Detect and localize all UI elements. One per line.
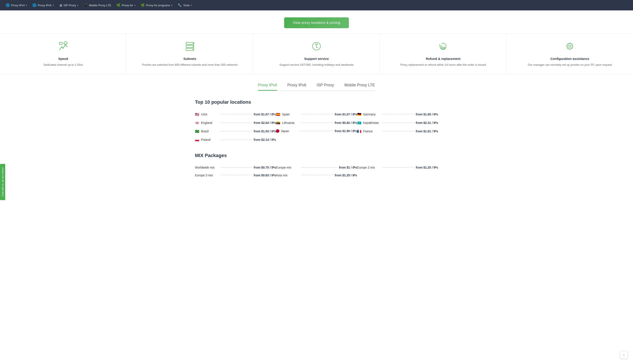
location-price: from $1.81 / IPs: [416, 130, 438, 133]
nav-tools[interactable]: 🔧 Tools ▾: [175, 2, 194, 8]
tools-icon: 🔧: [178, 3, 182, 7]
feature-speed-title: Speed: [5, 57, 121, 60]
flag-spain: 🇪🇸: [276, 112, 280, 116]
feature-refund-desc: Proxy replacement or refund within 24 ho…: [385, 63, 501, 67]
svg-point-9: [193, 43, 193, 44]
hero-section: View proxy locations & pricing: [0, 10, 633, 34]
feature-support: 24 Support service Support service 24/7/…: [253, 34, 380, 74]
mix-dots: [302, 167, 337, 168]
mix-price: from $1 / IPs: [339, 166, 357, 169]
svg-point-11: [193, 49, 193, 50]
chevron-down-icon: ▾: [53, 4, 54, 6]
chevron-down-icon: ▾: [77, 4, 78, 6]
mix-dots: [302, 175, 333, 175]
nav-isp-proxy[interactable]: 🖥 ISP Proxy ▾: [57, 2, 81, 8]
mix-price: from $1.25 / IPs: [416, 166, 438, 169]
feature-refund: Refund & replacement Proxy replacement o…: [380, 34, 506, 74]
location-name: England: [201, 121, 218, 124]
location-price: from $1.53 / IPs: [254, 130, 276, 133]
location-name: Lithuania: [282, 121, 299, 124]
mix-dots: [221, 167, 252, 168]
locations-col-1: 🇺🇸 USA from $1.07 / IPs 🏴󠁧󠁢󠁥󠁮󠁧󠁿 England …: [195, 110, 276, 144]
list-item[interactable]: 🇰🇿 Kazakhstan from $2.31 / IPs: [357, 119, 438, 127]
location-name: Spain: [282, 112, 299, 116]
tab-isp[interactable]: ISP Proxy: [317, 83, 334, 91]
list-item[interactable]: Europe 3 mix from $0.83 / IPs: [195, 171, 276, 179]
location-price: from $0.82 / IPs: [335, 121, 357, 124]
mix-packages-title: MIX Packages: [195, 153, 438, 158]
nav-mobile-proxy-label: Mobile Proxy LTE: [89, 4, 111, 7]
tab-ipv6[interactable]: Proxy IPv6: [287, 83, 306, 91]
flag-japan: [276, 129, 279, 133]
location-name: Germany: [363, 112, 381, 116]
tabs-section: Proxy IPv4 Proxy IPv6 ISP Proxy Mobile P…: [0, 74, 633, 91]
nav-proxy-for-label: Proxy for: [122, 4, 133, 7]
mix-name: Europe 2 mix: [357, 166, 381, 169]
flag-brazil: 🇧🇷: [195, 129, 199, 134]
list-item[interactable]: 🏴󠁧󠁢󠁥󠁮󠁧󠁿 England from $2.64 / IPs: [195, 119, 276, 127]
mobile-proxy-icon: 📱: [84, 3, 88, 7]
location-dots: [382, 123, 414, 123]
location-dots: [300, 131, 333, 131]
nav-proxy-ipv6[interactable]: 🌐 Proxy IPv6 ▾: [30, 2, 56, 8]
nav-mobile-proxy[interactable]: 📱 Mobile Proxy LTE: [81, 2, 113, 8]
list-item[interactable]: Asia mix from $1.25 / IPs: [276, 171, 357, 179]
mix-name: Europe 3 mix: [195, 174, 219, 177]
feature-speed: Speed Dedicated channel up to 1 Gb/s: [0, 34, 127, 74]
location-name: Brazil: [201, 130, 218, 133]
svg-line-3: [65, 44, 67, 47]
list-item[interactable]: 🇵🇱 Poland from $2.14 / IPs: [195, 136, 276, 144]
mix-price: from $1.25 / IPs: [335, 174, 357, 177]
tab-mobile[interactable]: Mobile Proxy LTE: [344, 83, 375, 91]
nav-isp-proxy-label: ISP Proxy: [64, 4, 76, 7]
nav-proxy-ipv4[interactable]: 🌐 Proxy IPv4 ▾: [4, 2, 29, 8]
feature-refund-title: Refund & replacement: [385, 57, 501, 60]
list-item[interactable]: 🇧🇷 Brazil from $1.53 / IPs: [195, 127, 276, 136]
nav-proxy-for[interactable]: 🌿 Proxy for ▾: [114, 2, 138, 8]
list-item[interactable]: Europe mix from $1 / IPs: [276, 164, 357, 171]
list-item[interactable]: 🇺🇸 USA from $1.07 / IPs: [195, 110, 276, 119]
flag-usa: 🇺🇸: [195, 112, 199, 116]
feature-subnets-title: Subnets: [132, 57, 248, 60]
tab-ipv4[interactable]: Proxy IPv4: [258, 83, 277, 91]
list-item[interactable]: Worldwide mix from $0.75 / IPs: [195, 164, 276, 171]
list-item[interactable]: Japan from $1.90 / IPs: [276, 127, 357, 135]
mix-name: Worldwide mix: [195, 166, 219, 169]
list-item[interactable]: 🇫🇷 France from $1.81 / IPs: [357, 127, 438, 136]
location-price: from $1.07 / IPs: [254, 112, 276, 116]
flag-poland: 🇵🇱: [195, 138, 199, 142]
mix-name: Asia mix: [276, 174, 300, 177]
proxy-for-icon: 🌿: [116, 3, 121, 7]
feature-config-title: Configuration assistance: [512, 57, 628, 60]
location-name: France: [363, 130, 381, 133]
feature-speed-desc: Dedicated channel up to 1 Gb/s: [5, 63, 121, 67]
chat-widget[interactable]: Chat with us, we are online!: [0, 164, 5, 179]
nav-proxy-for-programs[interactable]: 🌿 Proxy for programs ▾: [139, 2, 175, 8]
location-dots: [220, 114, 252, 114]
flag-kazakhstan: 🇰🇿: [357, 121, 361, 125]
location-name: Japan: [281, 129, 298, 133]
subnets-icon: [132, 40, 248, 54]
view-locations-button[interactable]: View proxy locations & pricing: [284, 17, 349, 28]
location-price: from $2.64 / IPs: [254, 121, 276, 124]
svg-point-10: [193, 46, 193, 47]
nav-proxy-ipv6-label: Proxy IPv6: [38, 4, 52, 7]
top-locations-title: Top 10 popular locations: [195, 99, 438, 105]
mix-name: Europe mix: [276, 166, 300, 169]
support-icon: 24: [259, 40, 374, 54]
list-item[interactable]: Europe 2 mix from $1.25 / IPs: [357, 164, 438, 171]
list-item[interactable]: 🇪🇸 Spain from $1.07 / IPs: [276, 110, 357, 119]
mix-dots: [383, 167, 414, 168]
location-dots: [220, 131, 252, 132]
feature-config: Configuration assistance Our manager can…: [507, 34, 633, 74]
location-price: from $2.31 / IPs: [416, 121, 438, 124]
svg-line-1: [62, 47, 63, 48]
list-item[interactable]: 🇩🇪 Germany from $1.65 / IPs: [357, 110, 438, 119]
list-item[interactable]: 🇱🇹 Lithuania from $0.82 / IPs: [276, 119, 357, 127]
location-name: Kazakhstan: [363, 121, 381, 124]
svg-rect-4: [59, 42, 62, 44]
svg-line-0: [60, 47, 62, 50]
locations-col-3: 🇩🇪 Germany from $1.65 / IPs 🇰🇿 Kazakhsta…: [357, 110, 438, 144]
location-name: USA: [201, 112, 218, 116]
location-dots: [301, 114, 333, 114]
